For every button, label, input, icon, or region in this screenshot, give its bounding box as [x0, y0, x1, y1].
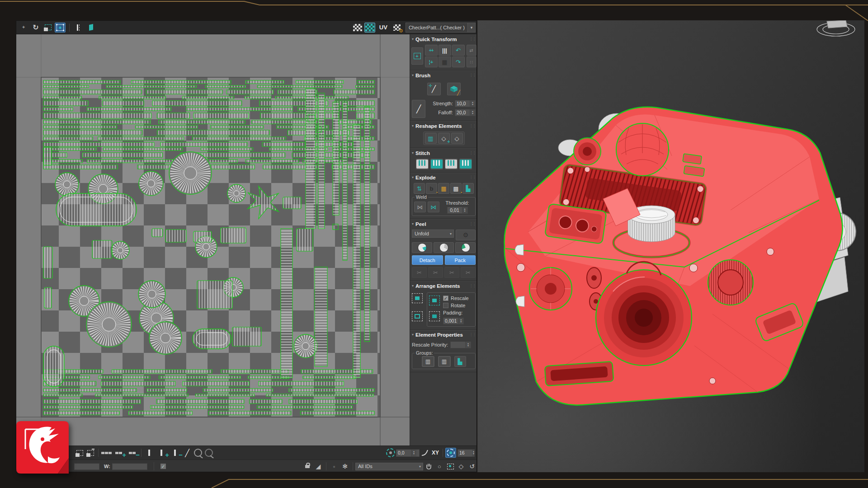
peel-options-gear-icon[interactable]: ⚙: [456, 230, 476, 240]
straighten-element-icon[interactable]: ▥: [425, 133, 437, 144]
snap-grid-icon[interactable]: ▦: [439, 56, 451, 67]
pack-together-icon[interactable]: [429, 296, 440, 305]
w-field[interactable]: [112, 463, 147, 470]
select-group-icon[interactable]: ▙: [454, 356, 466, 367]
detach-button[interactable]: Detach: [412, 255, 443, 265]
freeze-icon[interactable]: ✻: [340, 461, 350, 471]
flatten-custom-icon[interactable]: ▙: [462, 183, 474, 194]
lasso-subtract-icon[interactable]: [203, 448, 214, 458]
rollout-header-brush[interactable]: ▾ Brush ⋮⋮: [410, 71, 477, 80]
zoom-region-icon[interactable]: [445, 461, 456, 471]
mirror-axis-icon[interactable]: [73, 23, 84, 33]
grow-element-icon[interactable]: +: [112, 448, 125, 458]
pan-back-icon[interactable]: ↺: [467, 461, 477, 471]
flatten-angle-icon[interactable]: b▪: [426, 183, 437, 194]
straighten-edges-icon[interactable]: |||: [439, 45, 451, 56]
soft-selection-icon[interactable]: [385, 448, 396, 458]
paint-select-icon[interactable]: ╱: [182, 448, 193, 458]
ungroup-elements-icon[interactable]: ▥: [438, 356, 451, 367]
rotate-ccw-icon[interactable]: ↶: [452, 45, 465, 56]
relax-until-flat-icon[interactable]: ◇+: [438, 133, 450, 144]
material-id-dropdown[interactable]: All IDs▾: [355, 463, 423, 470]
group-elements-icon[interactable]: ▥: [422, 356, 434, 367]
distribute-tools-icon[interactable]: ∷: [467, 56, 476, 67]
rescale-priority-field[interactable]: ▴▾: [450, 341, 471, 348]
pan-hand-icon[interactable]: [423, 461, 434, 471]
strength-field[interactable]: 10,0▴▾: [455, 100, 476, 107]
clear-seams-icon[interactable]: ✂: [461, 267, 476, 278]
pack-custom-icon[interactable]: [412, 311, 423, 321]
edit-seams-icon[interactable]: ✂: [412, 267, 427, 278]
u-field[interactable]: [74, 463, 99, 470]
rotate-tool-icon[interactable]: ↻: [30, 23, 41, 33]
select-element-icon[interactable]: [101, 448, 112, 458]
texture-settings-icon[interactable]: ⚙: [392, 23, 402, 33]
weld-all-icon[interactable]: ⋈: [428, 202, 439, 212]
unfold-dropdown[interactable]: Unfold▾: [412, 230, 454, 238]
stitch-average-icon[interactable]: [459, 159, 472, 169]
uv-canvas[interactable]: [16, 34, 410, 446]
move-brush-icon[interactable]: ╱✛: [427, 83, 441, 95]
rollout-header-arrange[interactable]: ▾ Arrange Elements ⋮⋮: [410, 282, 477, 290]
align-vertical-icon[interactable]: ¦+: [425, 56, 438, 67]
checker-texture-icon[interactable]: [364, 23, 375, 33]
relax-brush-icon[interactable]: ╱: [447, 83, 461, 95]
freeform-scale-icon[interactable]: [42, 23, 53, 33]
stitch-target-icon[interactable]: [445, 159, 458, 169]
threshold-field[interactable]: 0,01▴▾: [447, 206, 468, 214]
rearrange-icon[interactable]: [429, 311, 440, 321]
zoom-icon[interactable]: ○: [434, 461, 445, 471]
rollout-header-explode[interactable]: ▾ Explode ⋮⋮: [410, 173, 477, 182]
chevron-down-icon[interactable]: ▾: [467, 23, 475, 32]
align-tools-icon[interactable]: ⇄: [467, 45, 476, 56]
mirror-flip-icon[interactable]: [85, 23, 96, 33]
flatten-smoothing-icon[interactable]: ⇅: [414, 183, 425, 194]
peel-mode-icon[interactable]: [412, 242, 432, 253]
texture-dropdown[interactable]: CheckerPatt...( Checker ) ▾: [406, 23, 476, 33]
copy-uvs-icon[interactable]: [74, 448, 85, 458]
filter-dot-icon[interactable]: ●: [329, 461, 340, 471]
move-selected-center-icon[interactable]: +: [411, 47, 423, 65]
lasso-select-icon[interactable]: [193, 448, 203, 458]
stitch-custom-icon[interactable]: [416, 159, 429, 169]
zoom-extents-icon[interactable]: ◇: [456, 461, 467, 471]
grow-loop-icon[interactable]: +: [155, 448, 168, 458]
shrink-element-icon[interactable]: −: [125, 448, 139, 458]
rotate-cw-icon[interactable]: ↷: [452, 56, 465, 67]
rollout-header-peel[interactable]: ▾ Peel ⋮⋮: [410, 220, 477, 228]
relax-icon[interactable]: ◇: [451, 133, 463, 144]
rollout-header-reshape[interactable]: ▾ Reshape Elements ⋮⋮: [410, 122, 477, 130]
flatten-material-icon[interactable]: ▦: [438, 183, 449, 194]
convert-edge-to-seam-icon[interactable]: ✂: [444, 267, 459, 278]
point-to-point-seam-icon[interactable]: ✂: [428, 267, 443, 278]
falloff-field[interactable]: 20,0▴▾: [455, 109, 476, 116]
paste-uvs-icon[interactable]: [85, 448, 96, 458]
rollout-header-element-properties[interactable]: ▾ Element Properties ⋮⋮: [410, 330, 477, 339]
rotate-checkbox[interactable]: [443, 303, 448, 308]
peel-reset-icon[interactable]: [434, 242, 454, 253]
select-edge-loop-icon[interactable]: [144, 448, 155, 458]
soft-selection-field[interactable]: 0,0▴▾: [396, 449, 420, 457]
falloff-curve-icon[interactable]: ╱: [412, 100, 425, 118]
move-tool-icon[interactable]: ✦: [18, 23, 29, 33]
stitch-source-icon[interactable]: [430, 159, 443, 169]
axis-label[interactable]: XY: [432, 450, 439, 456]
flatten-random-icon[interactable]: ▩▪: [450, 183, 462, 194]
lock-icon[interactable]: [302, 461, 313, 471]
weld-selected-icon[interactable]: ⋈: [414, 202, 426, 212]
lock-selection-checkbox[interactable]: ✓: [160, 464, 166, 469]
shrink-loop-icon[interactable]: −: [168, 448, 182, 458]
checker-pattern-icon[interactable]: [352, 23, 363, 33]
peel-pelt-icon[interactable]: [455, 242, 476, 253]
grid-size-field[interactable]: 16▴▾: [458, 449, 475, 457]
falloff-shape-icon[interactable]: [420, 448, 430, 458]
rescale-checkbox[interactable]: ✓: [443, 296, 448, 301]
filter-faces-icon[interactable]: ◢: [313, 461, 324, 471]
rollout-header-quick-transform[interactable]: ▾ Quick Transform ⋮⋮: [410, 35, 477, 43]
pack-normalize-icon[interactable]: [412, 293, 423, 303]
padding-field[interactable]: 0,001▴▾: [443, 317, 464, 324]
rollout-header-stitch[interactable]: ▾ Stitch ⋮⋮: [410, 149, 477, 157]
freeform-gizmo-icon[interactable]: +: [55, 23, 66, 33]
pack-button[interactable]: Pack: [445, 255, 476, 265]
align-horizontal-icon[interactable]: ++: [425, 45, 438, 56]
